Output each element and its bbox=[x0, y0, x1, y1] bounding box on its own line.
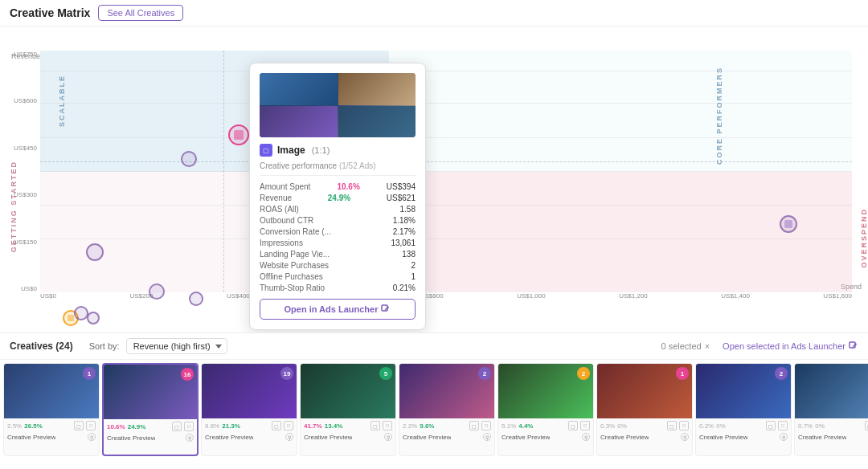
thumb-zoom-icon-6[interactable]: ⚲ bbox=[681, 433, 689, 441]
thumbnail-card-7[interactable]: 2 0.2% 0% ▢ □ Creative Preview ⚲ bbox=[695, 363, 792, 456]
thumb-label-8: Creative Preview ⚲ bbox=[795, 432, 868, 443]
thumb-icons-7: ▢ □ bbox=[766, 421, 788, 430]
tooltip-image bbox=[260, 73, 416, 137]
thumb-badge-1: 16 bbox=[181, 368, 194, 381]
tooltip-data-row-9: Thumb-Stop Ratio 0.21% bbox=[260, 283, 416, 292]
data-point-active[interactable] bbox=[228, 124, 249, 145]
tooltip-data-row-8: Offline Purchases 1 bbox=[260, 272, 416, 281]
chart-area: Revenue Spend US$750 US$600 US$450 US$30… bbox=[0, 27, 868, 332]
thumb-icons-2: ▢ □ bbox=[272, 421, 293, 430]
thumb-label-2: Creative Preview ⚲ bbox=[202, 432, 297, 443]
thumb-icons-5: ▢ □ bbox=[568, 421, 590, 430]
x-label-1400: US$1,400 bbox=[721, 292, 750, 308]
thumb-icon-img-8: ▢ bbox=[865, 421, 868, 430]
thumb-icon-tag-7: □ bbox=[778, 421, 788, 430]
thumbnail-card-2[interactable]: 19 9.8% 21.3% ▢ □ Creative Preview ⚲ bbox=[201, 363, 297, 456]
tooltip-title: Image bbox=[277, 145, 305, 156]
thumb-badge-0: 1 bbox=[83, 367, 96, 380]
zone-label-scalable: SCALABLE bbox=[58, 75, 66, 127]
thumb-icon-img-5: ▢ bbox=[568, 421, 578, 430]
thumb-icon-tag-5: □ bbox=[580, 421, 590, 430]
tooltip-data-row-6: Landing Page Vie... 138 bbox=[260, 250, 416, 259]
tooltip-data-row-7: Website Purchases 2 bbox=[260, 261, 416, 270]
data-point-9[interactable] bbox=[780, 215, 797, 233]
sort-select[interactable]: Revenue (high first) Spend (high first) … bbox=[126, 338, 227, 354]
y-label-150: US$150 bbox=[0, 239, 37, 246]
x-label-400: US$400 bbox=[227, 292, 250, 308]
data-point-7[interactable] bbox=[181, 151, 197, 167]
thumbnail-card-5[interactable]: 2 5.1% 4.4% ▢ □ Creative Preview ⚲ bbox=[497, 363, 594, 456]
thumb-stats-6: 0.3% 0% ▢ □ bbox=[597, 418, 692, 432]
header: Creative Matrix See All Creatives bbox=[0, 0, 868, 27]
tooltip-data-row-1: Revenue 24.9% US$621 bbox=[260, 194, 416, 202]
thumb-icon-img-3: ▢ bbox=[371, 421, 380, 430]
thumbnail-card-0[interactable]: 1 2.5% 26.5% ▢ □ Creative Preview ⚲ bbox=[3, 363, 100, 456]
tooltip-data-row-4: Conversion Rate (... 2.17% bbox=[260, 227, 416, 236]
thumbnail-card-1[interactable]: 16 10.6% 24.9% ▢ □ Creative Preview ⚲ bbox=[102, 363, 199, 456]
zone-label-getting: GETTING STARTED bbox=[10, 161, 18, 252]
y-label-450: US$450 bbox=[0, 145, 37, 152]
thumb-zoom-icon-4[interactable]: ⚲ bbox=[483, 433, 491, 441]
app-container: Creative Matrix See All Creatives Revenu… bbox=[0, 0, 868, 469]
x-label-1000: US$1,000 bbox=[517, 292, 546, 308]
thumb-badge-6: 1 bbox=[676, 367, 689, 380]
y-label-0: US$0 bbox=[0, 285, 37, 292]
grid-line-6 bbox=[40, 239, 852, 239]
thumb-icon-img-6: ▢ bbox=[667, 421, 677, 430]
tooltip-img-grid bbox=[260, 73, 416, 137]
thumb-icon-img-0: ▢ bbox=[74, 421, 84, 430]
thumbnail-card-3[interactable]: 5 41.7% 13.4% ▢ □ Creative Preview ⚲ bbox=[300, 363, 396, 456]
tooltip-data-row-0: Amount Spent 10.6% US$394 bbox=[260, 182, 416, 191]
tooltip-image-icon: ▢ bbox=[260, 144, 272, 157]
data-point-3[interactable] bbox=[87, 312, 100, 324]
y-axis: US$750 US$600 US$450 US$300 US$150 US$0 bbox=[0, 51, 40, 292]
thumb-badge-5: 2 bbox=[577, 367, 590, 380]
zone-core bbox=[389, 51, 852, 172]
see-all-creatives-button[interactable]: See All Creatives bbox=[98, 5, 183, 21]
open-in-ads-launcher-button[interactable]: Open in Ads Launcher bbox=[260, 299, 416, 320]
y-label-600: US$600 bbox=[0, 97, 37, 104]
thumb-icon-img-2: ▢ bbox=[272, 421, 281, 430]
data-point-5[interactable] bbox=[149, 283, 165, 300]
thumb-stats-2: 9.8% 21.3% ▢ □ bbox=[202, 418, 297, 432]
thumb-badge-4: 2 bbox=[478, 367, 491, 380]
clear-selection-button[interactable]: × bbox=[705, 341, 710, 351]
thumb-stats-4: 2.2% 9.6% ▢ □ bbox=[399, 418, 494, 432]
open-selected-button[interactable]: Open selected in Ads Launcher bbox=[723, 341, 858, 351]
thumb-stats-1: 10.6% 24.9% ▢ □ bbox=[104, 419, 197, 433]
zone-label-core: CORE PERFORMERS bbox=[715, 67, 723, 165]
thumb-badge-2: 19 bbox=[280, 367, 293, 380]
tooltip-img-cell-1 bbox=[260, 73, 338, 105]
thumb-zoom-icon-0[interactable]: ⚲ bbox=[88, 433, 96, 441]
thumb-icons-0: ▢ □ bbox=[74, 421, 96, 430]
thumb-label-5: Creative Preview ⚲ bbox=[498, 432, 593, 443]
tooltip-aspect: (1:1) bbox=[312, 145, 330, 155]
thumbnails-row: 1 2.5% 26.5% ▢ □ Creative Preview ⚲ 16 1… bbox=[0, 360, 868, 456]
svg-rect-1 bbox=[234, 130, 244, 140]
thumb-icons-1: ▢ □ bbox=[172, 422, 194, 431]
thumb-icons-3: ▢ □ bbox=[371, 421, 392, 430]
thumbnail-card-4[interactable]: 2 2.2% 9.6% ▢ □ Creative Preview ⚲ bbox=[399, 363, 495, 456]
thumb-icon-tag-1: □ bbox=[184, 422, 194, 431]
tooltip-img-cell-3 bbox=[260, 106, 338, 138]
thumb-zoom-icon-7[interactable]: ⚲ bbox=[780, 433, 788, 441]
thumb-icons-6: ▢ □ bbox=[667, 421, 689, 430]
zone-label-overspend: OVERSPEND bbox=[860, 208, 868, 268]
thumbnail-card-6[interactable]: 1 0.3% 0% ▢ □ Creative Preview ⚲ bbox=[596, 363, 693, 456]
thumb-zoom-icon-1[interactable]: ⚲ bbox=[186, 434, 194, 442]
data-point-6[interactable] bbox=[189, 292, 203, 306]
data-point-4[interactable] bbox=[86, 243, 104, 261]
grid-line-1 bbox=[40, 71, 852, 71]
thumb-zoom-icon-3[interactable]: ⚲ bbox=[384, 433, 392, 441]
svg-rect-0 bbox=[68, 315, 74, 321]
thumb-zoom-icon-5[interactable]: ⚲ bbox=[582, 433, 590, 441]
thumb-icon-img-1: ▢ bbox=[172, 422, 182, 431]
y-label-750: US$750 bbox=[0, 51, 37, 58]
thumb-badge-7: 2 bbox=[775, 367, 788, 380]
bottom-bar: Creatives (24) Sort by: Revenue (high fi… bbox=[0, 332, 868, 469]
thumb-label-6: Creative Preview ⚲ bbox=[597, 432, 692, 443]
thumb-icon-img-7: ▢ bbox=[766, 421, 776, 430]
thumb-zoom-icon-2[interactable]: ⚲ bbox=[285, 433, 293, 441]
grid-line-2 bbox=[40, 103, 852, 104]
thumbnail-card-8[interactable]: 2 0.7% 0% ▢ □ Creative Preview ⚲ bbox=[794, 363, 868, 456]
